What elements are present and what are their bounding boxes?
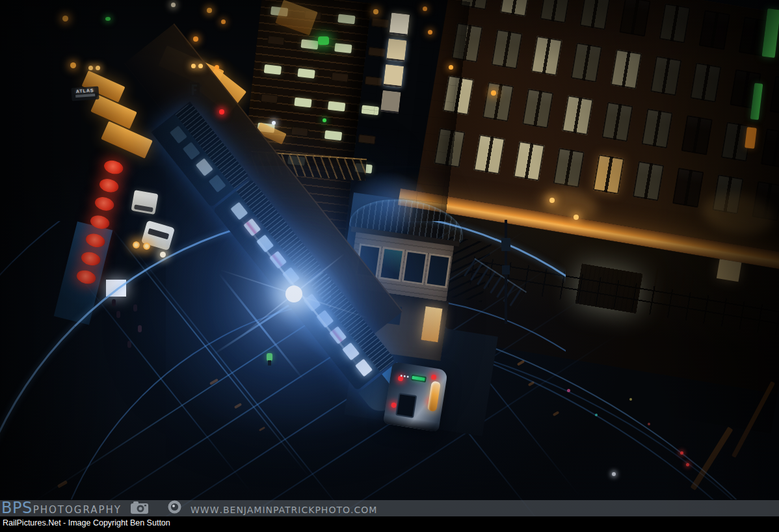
track-tie xyxy=(259,427,265,432)
caption-bar: RailPictures.Net - Image Copyright Ben S… xyxy=(0,516,779,532)
white-light xyxy=(272,121,276,125)
worker-green-vest xyxy=(267,353,272,361)
window-cell xyxy=(562,95,594,135)
windshield xyxy=(395,393,417,418)
window-cell xyxy=(540,0,572,23)
green-signal xyxy=(323,118,326,122)
window-cell xyxy=(522,88,554,129)
marquee-dot xyxy=(94,195,116,213)
street-light xyxy=(449,65,453,70)
red-light xyxy=(680,451,683,455)
destination-sign xyxy=(411,375,427,382)
street-light xyxy=(423,7,427,11)
window-cell xyxy=(267,35,285,46)
speckle-light xyxy=(629,398,632,401)
window-cell xyxy=(500,0,532,17)
lit-doorway xyxy=(717,259,741,282)
window-cell xyxy=(334,43,352,53)
marquee-dot xyxy=(103,159,125,176)
window-cell xyxy=(473,135,505,175)
watermark-brand-rest: photography xyxy=(33,501,122,516)
street-light xyxy=(373,9,378,14)
caption-text: RailPictures.Net - Image Copyright Ben S… xyxy=(3,518,170,527)
street-light xyxy=(193,36,198,42)
lamp-globe xyxy=(191,64,196,68)
white-light xyxy=(612,472,616,476)
track-tie xyxy=(553,411,560,416)
speckle-light xyxy=(595,414,598,416)
window-cell xyxy=(380,90,401,114)
window-cell xyxy=(390,12,410,36)
window-cell xyxy=(659,3,691,44)
window-cell xyxy=(324,130,342,140)
white-van xyxy=(131,190,159,215)
track-tie xyxy=(57,480,68,488)
street-light xyxy=(215,65,219,70)
watermark-url[interactable]: www.benjaminpatrickphoto.com xyxy=(191,501,377,516)
screenshot: ATLAS xyxy=(0,0,779,532)
window-cell xyxy=(291,126,308,137)
pedestrian xyxy=(138,325,142,332)
window-cell xyxy=(650,56,682,96)
street-light xyxy=(171,3,176,7)
pedestrian xyxy=(112,299,116,306)
lamp-globe xyxy=(198,64,203,68)
lit-path xyxy=(691,427,733,490)
red-marker-light xyxy=(391,402,397,408)
train-headlight-glare xyxy=(285,286,302,302)
car-headlight xyxy=(160,252,166,258)
lamp-globe xyxy=(549,198,555,203)
window-cell xyxy=(513,141,545,181)
signal-mast xyxy=(505,220,507,324)
window-cell xyxy=(261,94,278,104)
marquee-dot xyxy=(89,213,111,231)
lamp-globe xyxy=(143,243,150,250)
street-light xyxy=(62,16,68,21)
window-cell xyxy=(579,0,611,30)
atlas-sign: ATLAS xyxy=(71,86,99,101)
window-cell xyxy=(383,64,404,88)
green-light xyxy=(105,17,111,21)
red-marker-light xyxy=(430,374,436,380)
speckle-light xyxy=(567,389,570,392)
window-cell xyxy=(619,0,651,36)
gray-highrise-window-column xyxy=(380,12,411,118)
night-city-train-photo: ATLAS xyxy=(0,0,779,516)
bright-white-sign xyxy=(106,280,126,297)
rail-line xyxy=(76,273,251,492)
window-cell xyxy=(761,128,779,168)
window-cell xyxy=(553,148,585,188)
marquee-dot xyxy=(98,177,120,194)
watermark-brand-bold: BPS xyxy=(1,500,33,516)
window-cell xyxy=(672,168,704,208)
window-cell xyxy=(531,36,562,76)
window-cell xyxy=(482,82,514,122)
watermark-bar: BPS photography www.benjaminpatrickphoto… xyxy=(0,500,779,516)
window-cell xyxy=(699,10,731,50)
amber-door-window xyxy=(427,381,441,412)
window-cell xyxy=(593,154,625,194)
lens-icon xyxy=(168,500,181,516)
street-light xyxy=(70,62,76,68)
window-cell xyxy=(294,98,311,108)
window-cell xyxy=(769,75,779,116)
window-cell xyxy=(297,68,315,79)
window-cell xyxy=(491,29,523,70)
pedestrian xyxy=(133,304,137,312)
window-cell xyxy=(681,115,713,155)
track-tie xyxy=(234,403,242,408)
window-cell xyxy=(328,101,345,112)
window-cell xyxy=(601,101,633,142)
window-cell xyxy=(633,161,665,202)
pedestrian xyxy=(116,311,120,318)
lamp-globe xyxy=(574,215,579,220)
window-cell xyxy=(690,62,722,103)
window-cell xyxy=(571,42,603,83)
marquee-dot xyxy=(85,232,107,249)
speckle-light xyxy=(648,423,650,425)
street-light xyxy=(221,20,226,24)
marquee-dot xyxy=(80,250,102,268)
lamp-globe xyxy=(133,241,140,248)
camera-icon xyxy=(131,501,148,516)
street-light xyxy=(428,30,432,34)
